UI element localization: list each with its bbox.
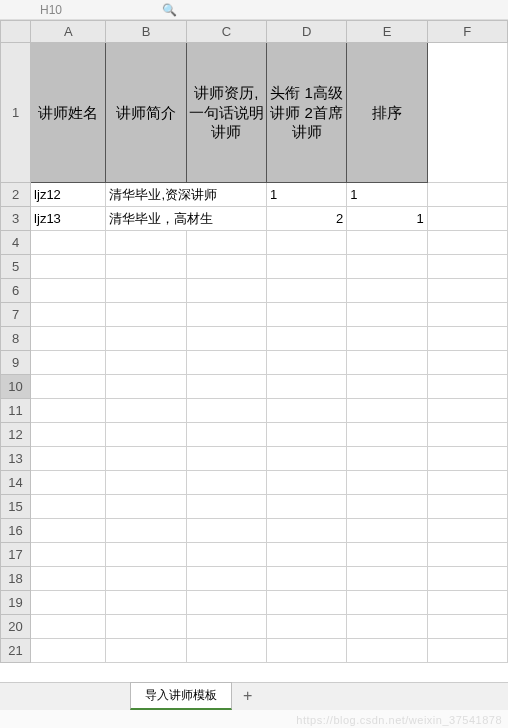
row-header-13[interactable]: 13 [1, 447, 31, 471]
table-row-4: 4 [1, 231, 508, 255]
table-row-6: 6 [1, 279, 508, 303]
watermark-text: https://blog.csdn.net/weixin_37541878 [296, 714, 502, 726]
row-header-21[interactable]: 21 [1, 639, 31, 663]
table-row-1: 1 讲师姓名 讲师简介 讲师资历,一句话说明讲师 头衔 1高级讲师 2首席讲师 … [1, 43, 508, 183]
cell-F3[interactable] [427, 207, 507, 231]
row-header-7[interactable]: 7 [1, 303, 31, 327]
row-header-18[interactable]: 18 [1, 567, 31, 591]
table-row-19: 19 [1, 591, 508, 615]
header-cell-name[interactable]: 讲师姓名 [31, 43, 106, 183]
cell-A3[interactable]: ljz13 [31, 207, 106, 231]
table-row-5: 5 [1, 255, 508, 279]
table-row-17: 17 [1, 543, 508, 567]
row-header-9[interactable]: 9 [1, 351, 31, 375]
sheet-tab-active[interactable]: 导入讲师模板 [130, 682, 232, 710]
search-icon[interactable]: 🔍 [162, 3, 177, 17]
row-header-4[interactable]: 4 [1, 231, 31, 255]
row-header-11[interactable]: 11 [1, 399, 31, 423]
table-row-20: 20 [1, 615, 508, 639]
row-header-17[interactable]: 17 [1, 543, 31, 567]
header-cell-sort[interactable]: 排序 [347, 43, 427, 183]
header-cell-experience[interactable]: 讲师资历,一句话说明讲师 [186, 43, 266, 183]
cell-D2[interactable]: 1 [267, 183, 347, 207]
table-row-18: 18 [1, 567, 508, 591]
name-box[interactable]: H10 [40, 3, 62, 17]
table-row-13: 13 [1, 447, 508, 471]
table-row-2: 2 ljz12 清华毕业,资深讲师 1 1 [1, 183, 508, 207]
cell-B2[interactable]: 清华毕业,资深讲师 [106, 183, 267, 207]
cell-E2[interactable]: 1 [347, 183, 427, 207]
row-header-14[interactable]: 14 [1, 471, 31, 495]
row-header-15[interactable]: 15 [1, 495, 31, 519]
row-header-19[interactable]: 19 [1, 591, 31, 615]
col-header-F[interactable]: F [427, 21, 507, 43]
col-header-C[interactable]: C [186, 21, 266, 43]
row-header-16[interactable]: 16 [1, 519, 31, 543]
add-sheet-button[interactable]: + [232, 682, 263, 710]
table-row-8: 8 [1, 327, 508, 351]
col-header-E[interactable]: E [347, 21, 427, 43]
col-header-B[interactable]: B [106, 21, 186, 43]
formula-bar: H10 🔍 [0, 0, 508, 20]
row-header-8[interactable]: 8 [1, 327, 31, 351]
table-row-12: 12 [1, 423, 508, 447]
row-header-6[interactable]: 6 [1, 279, 31, 303]
row-header-12[interactable]: 12 [1, 423, 31, 447]
row-header-10[interactable]: 10 [1, 375, 31, 399]
table-row-10: 10 [1, 375, 508, 399]
header-cell-intro[interactable]: 讲师简介 [106, 43, 186, 183]
spreadsheet-grid[interactable]: A B C D E F 1 讲师姓名 讲师简介 讲师资历,一句话说明讲师 头衔 … [0, 20, 508, 663]
table-row-3: 3 ljz13 清华毕业，高材生 2 1 [1, 207, 508, 231]
row-header-20[interactable]: 20 [1, 615, 31, 639]
cell-A2[interactable]: ljz12 [31, 183, 106, 207]
table-row-15: 15 [1, 495, 508, 519]
table-row-9: 9 [1, 351, 508, 375]
col-header-D[interactable]: D [267, 21, 347, 43]
cell-F1[interactable] [427, 43, 507, 183]
row-header-1[interactable]: 1 [1, 43, 31, 183]
row-header-2[interactable]: 2 [1, 183, 31, 207]
column-header-row: A B C D E F [1, 21, 508, 43]
cell-D3[interactable]: 2 [267, 207, 347, 231]
cell-E3[interactable]: 1 [347, 207, 427, 231]
select-all-corner[interactable] [1, 21, 31, 43]
cell-F2[interactable] [427, 183, 507, 207]
col-header-A[interactable]: A [31, 21, 106, 43]
table-row-11: 11 [1, 399, 508, 423]
table-row-7: 7 [1, 303, 508, 327]
table-row-16: 16 [1, 519, 508, 543]
header-cell-title[interactable]: 头衔 1高级讲师 2首席讲师 [267, 43, 347, 183]
table-row-21: 21 [1, 639, 508, 663]
row-header-3[interactable]: 3 [1, 207, 31, 231]
row-header-5[interactable]: 5 [1, 255, 31, 279]
table-row-14: 14 [1, 471, 508, 495]
sheet-tabs-bar: 导入讲师模板 + [0, 682, 508, 710]
cell-B3[interactable]: 清华毕业，高材生 [106, 207, 267, 231]
